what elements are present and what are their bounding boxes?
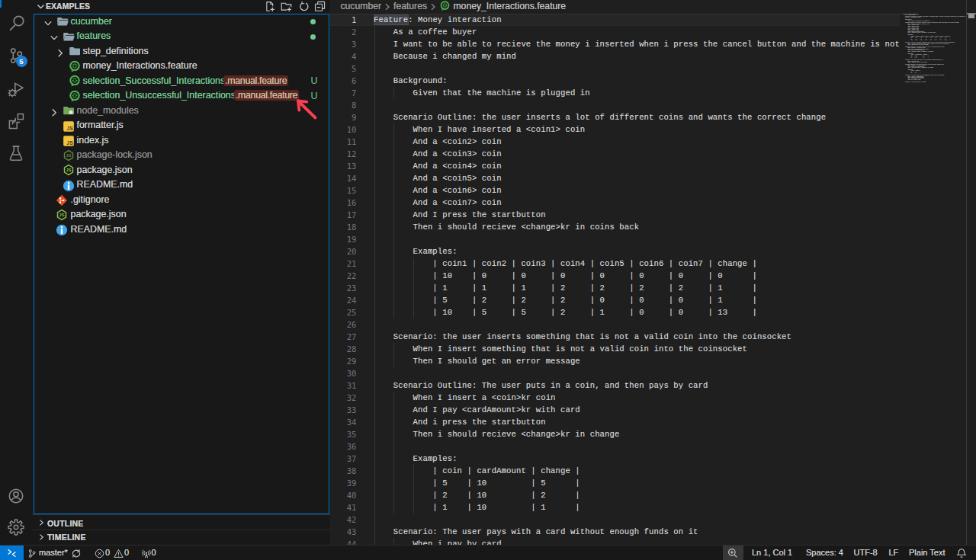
- svg-text:JS: JS: [66, 153, 72, 158]
- svg-text:JS: JS: [66, 140, 73, 146]
- svg-text:JS: JS: [66, 168, 72, 172]
- svg-text:JS: JS: [59, 213, 65, 217]
- svg-text:JS: JS: [66, 126, 73, 131]
